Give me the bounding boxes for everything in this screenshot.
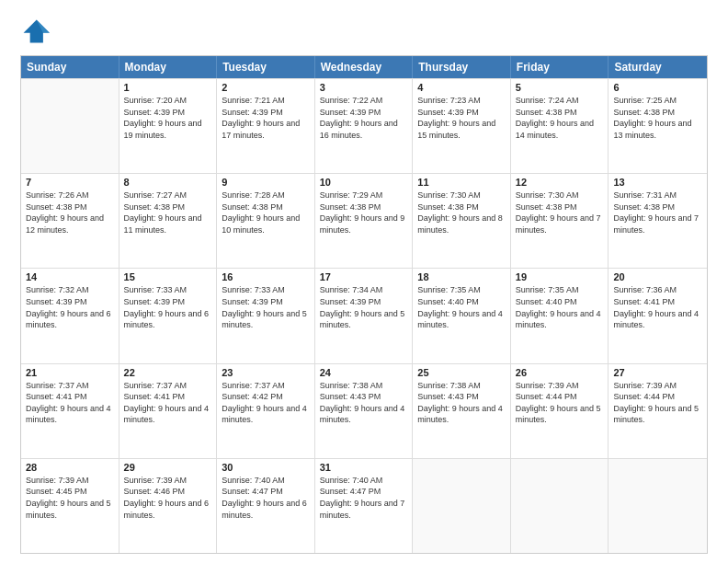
- header-day-wednesday: Wednesday: [315, 56, 414, 78]
- calendar-day-5: 5 Sunrise: 7:24 AMSunset: 4:38 PMDayligh…: [511, 79, 609, 173]
- day-info: Sunrise: 7:35 AMSunset: 4:40 PMDaylight:…: [417, 284, 506, 330]
- day-number: 10: [320, 177, 408, 188]
- calendar-day-3: 3 Sunrise: 7:22 AMSunset: 4:39 PMDayligh…: [315, 79, 414, 173]
- logo: [20, 17, 53, 46]
- calendar-header: SundayMondayTuesdayWednesdayThursdayFrid…: [21, 56, 707, 78]
- day-number: 2: [222, 82, 310, 93]
- day-number: 4: [417, 82, 506, 93]
- calendar-day-17: 17 Sunrise: 7:34 AMSunset: 4:39 PMDaylig…: [315, 269, 414, 362]
- calendar-day-8: 8 Sunrise: 7:27 AMSunset: 4:38 PMDayligh…: [119, 174, 218, 268]
- calendar-day-23: 23 Sunrise: 7:37 AMSunset: 4:42 PMDaylig…: [217, 364, 315, 458]
- day-info: Sunrise: 7:37 AMSunset: 4:41 PMDaylight:…: [124, 380, 212, 426]
- header-day-monday: Monday: [119, 56, 218, 78]
- calendar-day-29: 29 Sunrise: 7:39 AMSunset: 4:46 PMDaylig…: [119, 459, 218, 553]
- calendar-day-1: 1 Sunrise: 7:20 AMSunset: 4:39 PMDayligh…: [119, 79, 218, 173]
- day-info: Sunrise: 7:38 AMSunset: 4:43 PMDaylight:…: [320, 380, 408, 426]
- day-number: 28: [26, 462, 114, 473]
- day-info: Sunrise: 7:39 AMSunset: 4:45 PMDaylight:…: [26, 475, 114, 521]
- day-info: Sunrise: 7:27 AMSunset: 4:38 PMDaylight:…: [124, 190, 212, 236]
- header-day-sunday: Sunday: [21, 56, 119, 78]
- calendar-day-30: 30 Sunrise: 7:40 AMSunset: 4:47 PMDaylig…: [217, 459, 315, 553]
- day-info: Sunrise: 7:30 AMSunset: 4:38 PMDaylight:…: [516, 190, 604, 236]
- day-info: Sunrise: 7:31 AMSunset: 4:38 PMDaylight:…: [613, 190, 702, 236]
- calendar-body: 1 Sunrise: 7:20 AMSunset: 4:39 PMDayligh…: [21, 78, 707, 553]
- day-info: Sunrise: 7:23 AMSunset: 4:39 PMDaylight:…: [417, 95, 506, 141]
- calendar-day-4: 4 Sunrise: 7:23 AMSunset: 4:39 PMDayligh…: [413, 79, 511, 173]
- day-number: 25: [417, 367, 506, 378]
- calendar-day-empty: [511, 459, 609, 553]
- day-number: 8: [124, 177, 212, 188]
- day-info: Sunrise: 7:36 AMSunset: 4:41 PMDaylight:…: [613, 284, 702, 330]
- day-number: 24: [320, 367, 408, 378]
- day-info: Sunrise: 7:37 AMSunset: 4:41 PMDaylight:…: [26, 380, 114, 426]
- day-info: Sunrise: 7:39 AMSunset: 4:44 PMDaylight:…: [613, 380, 702, 426]
- day-info: Sunrise: 7:34 AMSunset: 4:39 PMDaylight:…: [320, 284, 408, 330]
- day-number: 30: [222, 462, 310, 473]
- day-info: Sunrise: 7:25 AMSunset: 4:38 PMDaylight:…: [613, 95, 702, 141]
- day-number: 3: [320, 82, 408, 93]
- day-info: Sunrise: 7:38 AMSunset: 4:43 PMDaylight:…: [417, 380, 506, 426]
- day-number: 18: [417, 271, 506, 282]
- calendar-day-6: 6 Sunrise: 7:25 AMSunset: 4:38 PMDayligh…: [609, 79, 707, 173]
- calendar-day-25: 25 Sunrise: 7:38 AMSunset: 4:43 PMDaylig…: [413, 364, 511, 458]
- day-info: Sunrise: 7:39 AMSunset: 4:44 PMDaylight:…: [516, 380, 604, 426]
- day-info: Sunrise: 7:30 AMSunset: 4:38 PMDaylight:…: [417, 190, 506, 236]
- day-number: 13: [613, 177, 702, 188]
- calendar-day-11: 11 Sunrise: 7:30 AMSunset: 4:38 PMDaylig…: [413, 174, 511, 268]
- calendar-day-empty: [413, 459, 511, 553]
- day-number: 7: [26, 177, 114, 188]
- day-info: Sunrise: 7:37 AMSunset: 4:42 PMDaylight:…: [222, 380, 310, 426]
- day-number: 11: [417, 177, 506, 188]
- calendar-day-7: 7 Sunrise: 7:26 AMSunset: 4:38 PMDayligh…: [21, 174, 119, 268]
- day-number: 17: [320, 271, 408, 282]
- calendar-day-21: 21 Sunrise: 7:37 AMSunset: 4:41 PMDaylig…: [21, 364, 119, 458]
- day-number: 15: [124, 271, 212, 282]
- day-number: 22: [124, 367, 212, 378]
- day-number: 16: [222, 271, 310, 282]
- day-number: 14: [26, 271, 114, 282]
- calendar-week-3: 14 Sunrise: 7:32 AMSunset: 4:39 PMDaylig…: [21, 268, 707, 362]
- day-info: Sunrise: 7:33 AMSunset: 4:39 PMDaylight:…: [124, 284, 212, 330]
- day-info: Sunrise: 7:21 AMSunset: 4:39 PMDaylight:…: [222, 95, 310, 141]
- calendar-week-2: 7 Sunrise: 7:26 AMSunset: 4:38 PMDayligh…: [21, 173, 707, 268]
- day-info: Sunrise: 7:24 AMSunset: 4:38 PMDaylight:…: [516, 95, 604, 141]
- day-number: 23: [222, 367, 310, 378]
- calendar-day-18: 18 Sunrise: 7:35 AMSunset: 4:40 PMDaylig…: [413, 269, 511, 362]
- calendar-day-2: 2 Sunrise: 7:21 AMSunset: 4:39 PMDayligh…: [217, 79, 315, 173]
- day-number: 12: [516, 177, 604, 188]
- day-number: 6: [613, 82, 702, 93]
- calendar-day-20: 20 Sunrise: 7:36 AMSunset: 4:41 PMDaylig…: [609, 269, 707, 362]
- header: [20, 17, 708, 46]
- day-info: Sunrise: 7:33 AMSunset: 4:39 PMDaylight:…: [222, 284, 310, 330]
- calendar-day-12: 12 Sunrise: 7:30 AMSunset: 4:38 PMDaylig…: [511, 174, 609, 268]
- calendar-day-31: 31 Sunrise: 7:40 AMSunset: 4:47 PMDaylig…: [315, 459, 414, 553]
- calendar-day-26: 26 Sunrise: 7:39 AMSunset: 4:44 PMDaylig…: [511, 364, 609, 458]
- calendar-day-13: 13 Sunrise: 7:31 AMSunset: 4:38 PMDaylig…: [609, 174, 707, 268]
- header-day-friday: Friday: [511, 56, 609, 78]
- day-info: Sunrise: 7:29 AMSunset: 4:38 PMDaylight:…: [320, 190, 408, 236]
- calendar-week-1: 1 Sunrise: 7:20 AMSunset: 4:39 PMDayligh…: [21, 78, 707, 173]
- day-info: Sunrise: 7:40 AMSunset: 4:47 PMDaylight:…: [320, 475, 408, 521]
- calendar-day-empty: [609, 459, 707, 553]
- day-info: Sunrise: 7:35 AMSunset: 4:40 PMDaylight:…: [516, 284, 604, 330]
- day-info: Sunrise: 7:20 AMSunset: 4:39 PMDaylight:…: [124, 95, 212, 141]
- calendar-day-24: 24 Sunrise: 7:38 AMSunset: 4:43 PMDaylig…: [315, 364, 414, 458]
- calendar-week-4: 21 Sunrise: 7:37 AMSunset: 4:41 PMDaylig…: [21, 363, 707, 458]
- calendar-day-10: 10 Sunrise: 7:29 AMSunset: 4:38 PMDaylig…: [315, 174, 414, 268]
- header-day-saturday: Saturday: [609, 56, 707, 78]
- calendar-day-28: 28 Sunrise: 7:39 AMSunset: 4:45 PMDaylig…: [21, 459, 119, 553]
- page: SundayMondayTuesdayWednesdayThursdayFrid…: [0, 0, 728, 563]
- day-number: 5: [516, 82, 604, 93]
- calendar-day-19: 19 Sunrise: 7:35 AMSunset: 4:40 PMDaylig…: [511, 269, 609, 362]
- day-number: 19: [516, 271, 604, 282]
- day-info: Sunrise: 7:39 AMSunset: 4:46 PMDaylight:…: [124, 475, 212, 521]
- day-info: Sunrise: 7:32 AMSunset: 4:39 PMDaylight:…: [26, 284, 114, 330]
- header-day-thursday: Thursday: [413, 56, 511, 78]
- calendar: SundayMondayTuesdayWednesdayThursdayFrid…: [20, 55, 708, 554]
- day-info: Sunrise: 7:28 AMSunset: 4:38 PMDaylight:…: [222, 190, 310, 236]
- header-day-tuesday: Tuesday: [217, 56, 315, 78]
- day-number: 1: [124, 82, 212, 93]
- day-number: 26: [516, 367, 604, 378]
- calendar-day-empty: [21, 79, 119, 173]
- logo-icon: [20, 17, 50, 46]
